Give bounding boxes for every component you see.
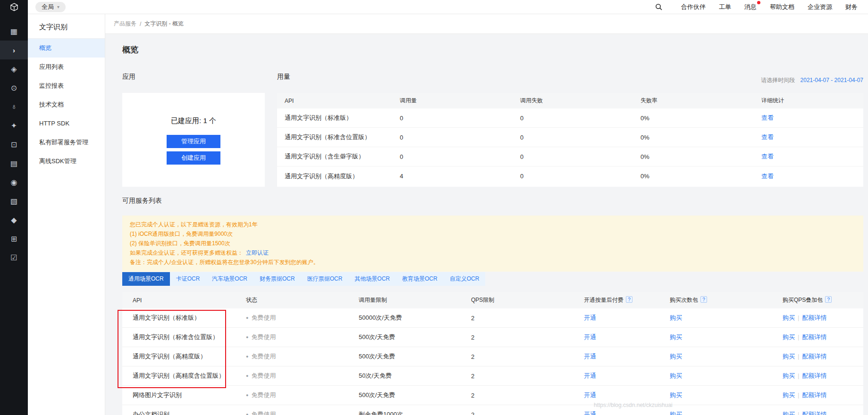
sidebar-item-monitor-report[interactable]: 监控报表 xyxy=(28,76,105,95)
tab-custom-ocr[interactable]: 自定义OCR xyxy=(444,272,486,286)
quota-detail-link[interactable]: 配额详情 xyxy=(802,333,826,340)
usage-fails: 0 xyxy=(520,153,640,160)
svc-col-qps: QPS限制 xyxy=(471,296,584,304)
status-dot-icon: ● xyxy=(246,335,248,340)
buy-pack-link[interactable]: 购买 xyxy=(670,411,682,415)
scope-selector[interactable]: 全局 ▾ xyxy=(35,2,66,12)
service-qps: 2 xyxy=(471,334,584,341)
notice-line: 备注：完成个人/企业认证，所赠权益将在您登录30分钟后下发到您的账户。 xyxy=(130,257,856,267)
ai-spark-icon[interactable]: ✦ xyxy=(0,116,28,135)
link-separator: | xyxy=(798,411,799,415)
open-postpaid-link[interactable]: 开通 xyxy=(584,391,596,398)
scope-label: 全局 xyxy=(42,3,54,11)
nav-messages[interactable]: 消息 xyxy=(744,3,757,11)
help-icon[interactable]: ? xyxy=(626,296,632,303)
manage-app-button[interactable]: 管理应用 xyxy=(167,135,220,148)
notice-line: (1) iOCR通用版接口，免费调用量9000次 xyxy=(130,229,856,239)
help-icon[interactable]: ? xyxy=(825,296,832,303)
quota-detail-link[interactable]: 配额详情 xyxy=(802,314,826,321)
usage-fail-rate: 0% xyxy=(640,115,761,122)
open-postpaid-link[interactable]: 开通 xyxy=(584,333,596,340)
nav-enterprise-resources[interactable]: 企业资源 xyxy=(808,3,832,11)
tab-general-ocr[interactable]: 通用场景OCR xyxy=(122,272,170,286)
quota-detail-link[interactable]: 配额详情 xyxy=(802,411,826,415)
service-row: 办公文档识别 ●免费使用 剩余免费1000次 2 开通 购买 购买|配额详情 xyxy=(122,405,863,415)
sidebar-item-http-sdk[interactable]: HTTP SDK xyxy=(28,114,105,133)
status-dot-icon: ● xyxy=(246,315,248,320)
sidebar-item-app-list[interactable]: 应用列表 xyxy=(28,58,105,76)
usage-api: 通用文字识别（标准版） xyxy=(277,114,400,122)
breadcrumb-products[interactable]: 产品服务 xyxy=(114,20,136,28)
open-postpaid-link[interactable]: 开通 xyxy=(584,372,596,379)
dashboard-icon[interactable]: ▦ xyxy=(0,22,28,41)
nav-help-docs[interactable]: 帮助文档 xyxy=(770,3,794,11)
buy-qps-pack-link[interactable]: 购买 xyxy=(783,353,795,360)
speech-icon[interactable]: ⊙ xyxy=(0,78,28,97)
buy-qps-pack-link[interactable]: 购买 xyxy=(783,411,795,415)
view-detail-link[interactable]: 查看 xyxy=(761,173,774,180)
quality-check-icon[interactable]: ☑ xyxy=(0,248,28,267)
sidebar-item-offline-sdk[interactable]: 离线SDK管理 xyxy=(28,152,105,171)
open-postpaid-link[interactable]: 开通 xyxy=(584,411,596,415)
create-app-button[interactable]: 创建应用 xyxy=(167,151,220,165)
tab-education-ocr[interactable]: 教育场景OCR xyxy=(396,272,444,286)
search-icon[interactable] xyxy=(655,3,662,10)
buy-qps-pack-link[interactable]: 购买 xyxy=(783,391,795,398)
page-title: 概览 xyxy=(122,44,138,55)
date-range-value[interactable]: 2021-04-07 - 2021-04-07 xyxy=(801,77,863,83)
nav-partners[interactable]: 合作伙伴 xyxy=(681,3,706,11)
text-recognition-icon[interactable]: ⊡ xyxy=(0,135,28,154)
service-api-name: 通用文字识别（高精度版） xyxy=(122,352,246,361)
quota-detail-link[interactable]: 配额详情 xyxy=(802,372,826,379)
open-postpaid-link[interactable]: 开通 xyxy=(584,353,596,360)
service-row: 通用文字识别（高精度版） ●免费使用 500次/天免费 2 开通 购买 购买|配… xyxy=(122,347,863,366)
notice-line: (2) 保险单识别接口，免费调用量1500次 xyxy=(130,239,856,248)
usage-api: 通用文字识别（含生僻字版） xyxy=(277,152,400,161)
buy-qps-pack-link[interactable]: 购买 xyxy=(783,314,795,321)
baidu-cloud-logo-icon[interactable] xyxy=(0,0,28,14)
sidebar-item-private-deploy[interactable]: 私有部署服务管理 xyxy=(28,133,105,152)
tab-vehicle-ocr[interactable]: 汽车场景OCR xyxy=(206,272,253,286)
tab-other-ocr[interactable]: 其他场景OCR xyxy=(348,272,396,286)
buy-pack-link[interactable]: 购买 xyxy=(670,314,682,321)
quota-detail-link[interactable]: 配额详情 xyxy=(802,353,826,360)
quota-detail-link[interactable]: 配额详情 xyxy=(802,391,826,398)
nav-finance[interactable]: 财务 xyxy=(845,3,858,11)
svc-col-limit: 调用量限制 xyxy=(359,296,471,304)
image-search-icon[interactable]: ▧ xyxy=(0,191,28,210)
workflow-icon[interactable]: ◈ xyxy=(0,59,28,78)
view-detail-link[interactable]: 查看 xyxy=(761,133,774,141)
usage-api: 通用文字识别（标准含位置版） xyxy=(277,133,400,141)
usage-section-label: 用量 xyxy=(277,73,290,81)
link-separator: | xyxy=(798,333,799,340)
buy-qps-pack-link[interactable]: 购买 xyxy=(783,333,795,340)
app-section-label: 应用 xyxy=(122,73,135,81)
security-icon[interactable]: ◆ xyxy=(0,210,28,229)
collapse-chevron-icon[interactable]: › xyxy=(0,41,28,59)
buy-pack-link[interactable]: 购买 xyxy=(670,353,682,360)
sidebar-item-overview[interactable]: 概览 xyxy=(28,39,105,58)
tab-medical-ocr[interactable]: 医疗票据OCR xyxy=(301,272,349,286)
buy-pack-link[interactable]: 购买 xyxy=(670,333,682,340)
usage-table-row: 通用文字识别（高精度版） 4 0 0% 查看 xyxy=(277,166,863,186)
service-api-name: 通用文字识别（高精度含位置版） xyxy=(122,372,246,380)
app-center-icon[interactable]: ⊞ xyxy=(0,229,28,248)
view-detail-link[interactable]: 查看 xyxy=(761,153,774,160)
buy-pack-link[interactable]: 购买 xyxy=(670,372,682,379)
globe-icon[interactable]: ♁ xyxy=(0,97,28,116)
buy-qps-pack-link[interactable]: 购买 xyxy=(783,372,795,379)
nav-tickets[interactable]: 工单 xyxy=(719,3,731,11)
tab-finance-ocr[interactable]: 财务票据OCR xyxy=(253,272,301,286)
content-review-icon[interactable]: ◉ xyxy=(0,173,28,191)
help-icon[interactable]: ? xyxy=(700,296,707,303)
tab-card-ocr[interactable]: 卡证OCR xyxy=(170,272,206,286)
ocr-sidebar: 文字识别 概览 应用列表 监控报表 技术文档 HTTP SDK 私有部署服务管理… xyxy=(28,14,105,415)
image-recognition-icon[interactable]: ▤ xyxy=(0,154,28,173)
breadcrumb-current: 文字识别 - 概览 xyxy=(144,20,184,28)
buy-pack-link[interactable]: 购买 xyxy=(670,391,682,398)
sidebar-item-tech-docs[interactable]: 技术文档 xyxy=(28,95,105,114)
status-dot-icon: ● xyxy=(246,393,248,398)
view-detail-link[interactable]: 查看 xyxy=(761,114,774,121)
certify-now-link[interactable]: 立即认证 xyxy=(246,249,269,256)
open-postpaid-link[interactable]: 开通 xyxy=(584,314,596,321)
